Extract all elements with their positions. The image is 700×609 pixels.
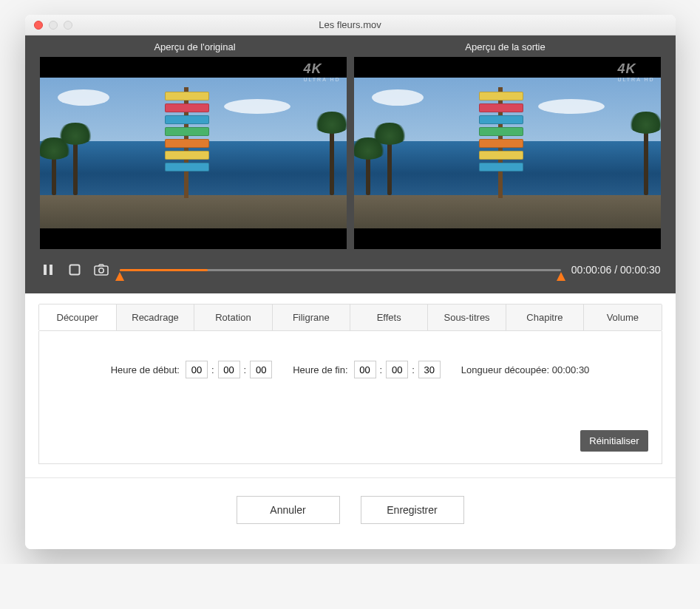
tab-filigrane[interactable]: Filigrane <box>273 304 350 330</box>
svg-rect-0 <box>44 265 47 275</box>
titlebar: Les fleurs.mov <box>25 15 676 35</box>
stop-icon <box>69 264 81 276</box>
preview-area: Aperçu de l'original Aperçu de la sortie <box>25 35 676 293</box>
reset-button[interactable]: Réinitialiser <box>580 430 648 452</box>
cancel-button[interactable]: Annuler <box>237 496 340 524</box>
clip-settings-row: Heure de début: : : Heure de fin: : : <box>57 361 644 378</box>
trim-start-handle[interactable] <box>115 272 124 281</box>
window-title: Les fleurs.mov <box>25 19 676 30</box>
end-time-label: Heure de fin: <box>293 364 347 375</box>
clip-length: Longueur découpée: 00:00:30 <box>461 364 590 375</box>
end-time-group: Heure de fin: : : <box>293 361 441 378</box>
tab-bar: DécouperRecadrageRotationFiligraneEffets… <box>38 304 662 331</box>
tab-rotation[interactable]: Rotation <box>194 304 272 330</box>
time-colon: : <box>411 364 415 375</box>
tab-decouper[interactable]: Découper <box>39 304 117 330</box>
stop-button[interactable] <box>67 262 83 278</box>
tabs-area: DécouperRecadrageRotationFiligraneEffets… <box>25 293 676 478</box>
original-preview-label: Aperçu de l'original <box>40 41 350 52</box>
time-colon: : <box>243 364 248 375</box>
preview-scene <box>354 78 661 228</box>
tab-volume[interactable]: Volume <box>584 304 661 330</box>
total-time: 00:00:30 <box>620 264 661 276</box>
camera-icon <box>94 264 109 276</box>
trim-end-handle[interactable] <box>557 272 565 281</box>
time-separator: / <box>614 264 617 276</box>
editor-window: Les fleurs.mov Aperçu de l'original Aper… <box>25 15 676 549</box>
tab-panel-decouper: Heure de début: : : Heure de fin: : : <box>38 331 662 464</box>
tab-chapitre[interactable]: Chapitre <box>506 304 584 330</box>
svg-rect-3 <box>95 266 108 275</box>
original-preview[interactable]: 4KULTRA HD <box>40 57 347 249</box>
end-hours-input[interactable] <box>354 361 376 378</box>
timecode: 00:00:06 / 00:00:30 <box>571 264 661 276</box>
current-time: 00:00:06 <box>571 264 612 276</box>
start-time-label: Heure de début: <box>111 364 180 375</box>
end-minutes-input[interactable] <box>386 361 408 378</box>
output-preview[interactable]: 4KULTRA HD <box>354 57 661 249</box>
svg-rect-2 <box>69 265 79 275</box>
tab-soustitres[interactable]: Sous-titres <box>428 304 506 330</box>
output-preview-label: Aperçu de la sortie <box>350 41 661 52</box>
start-time-group: Heure de début: : : <box>111 361 272 378</box>
pause-icon <box>42 264 54 276</box>
clip-length-value: 00:00:30 <box>552 364 590 375</box>
timeline-progress <box>120 269 208 271</box>
snapshot-button[interactable] <box>93 262 109 278</box>
preview-scene <box>40 78 347 228</box>
start-seconds-input[interactable] <box>250 361 272 378</box>
preview-labels: Aperçu de l'original Aperçu de la sortie <box>40 41 661 52</box>
timeline-slider[interactable] <box>120 261 561 279</box>
resolution-badge: 4KULTRA HD <box>303 61 340 82</box>
timeline-track <box>120 269 561 271</box>
preview-pair: 4KULTRA HD <box>40 57 661 249</box>
start-minutes-input[interactable] <box>218 361 240 378</box>
end-seconds-input[interactable] <box>418 361 441 378</box>
clip-length-label: Longueur découpée: <box>461 364 549 375</box>
time-colon: : <box>211 364 215 375</box>
save-button[interactable]: Enregistrer <box>361 496 464 524</box>
playback-controls: 00:00:06 / 00:00:30 <box>40 261 661 279</box>
resolution-badge: 4KULTRA HD <box>617 61 654 82</box>
start-hours-input[interactable] <box>186 361 208 378</box>
pause-button[interactable] <box>40 262 56 278</box>
svg-rect-1 <box>50 265 52 275</box>
time-colon: : <box>379 364 384 375</box>
svg-point-4 <box>98 268 103 273</box>
tab-effets[interactable]: Effets <box>350 304 428 330</box>
dialog-footer: Annuler Enregistrer <box>25 478 676 549</box>
tab-recadrage[interactable]: Recadrage <box>117 304 194 330</box>
